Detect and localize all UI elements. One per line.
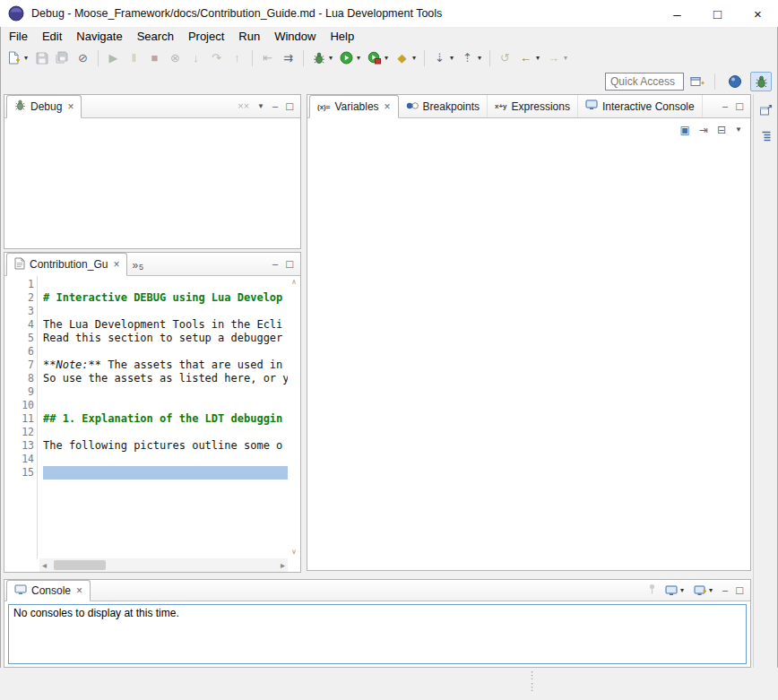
step-over-icon: ↷ bbox=[208, 49, 225, 66]
line-text bbox=[43, 305, 288, 318]
window-close-button[interactable]: × bbox=[738, 0, 778, 27]
line-text: So use the assets as listed here, or y bbox=[43, 372, 288, 385]
tab-overflow-chevron-icon: » bbox=[132, 259, 138, 272]
debug-view: Debug × ×× ▼ – □ bbox=[4, 94, 301, 249]
debug-perspective-button[interactable] bbox=[750, 72, 772, 91]
maximize-view-button[interactable]: □ bbox=[286, 258, 293, 270]
view-menu-button[interactable]: ▼ bbox=[735, 126, 742, 134]
line-number: 15 bbox=[4, 466, 34, 480]
scrollbar-thumb[interactable] bbox=[54, 560, 106, 570]
window-minimize-button[interactable]: – bbox=[657, 0, 697, 27]
disconnect-button[interactable]: ⊗ bbox=[165, 48, 186, 67]
minimize-view-button[interactable]: – bbox=[272, 101, 278, 111]
code-area[interactable]: 1 2# Interactive DEBUG using Lua Develop… bbox=[4, 278, 288, 480]
tab-breakpoints[interactable]: Breakpoints bbox=[399, 95, 488, 117]
menu-file[interactable]: File bbox=[2, 28, 35, 45]
maximize-view-button[interactable]: □ bbox=[736, 584, 743, 596]
menu-search[interactable]: Search bbox=[130, 28, 181, 45]
console-empty-message: No consoles to display at this time. bbox=[13, 607, 179, 619]
minimize-view-button[interactable]: – bbox=[722, 585, 728, 595]
pin-console-button[interactable] bbox=[647, 583, 657, 597]
external-tools-button[interactable]: ▾ bbox=[364, 48, 392, 67]
tab-variables[interactable]: (x)= Variables × bbox=[309, 95, 399, 118]
debug-button[interactable]: ▾ bbox=[308, 48, 336, 67]
skip-all-breakpoints-button[interactable]: ⊘ bbox=[73, 48, 93, 67]
tab-interactive-console[interactable]: Interactive Console bbox=[578, 95, 703, 117]
run-button[interactable]: ▾ bbox=[336, 48, 364, 67]
suspend-button[interactable]: ‖ bbox=[124, 48, 144, 67]
resume-button[interactable]: ▶ bbox=[103, 48, 124, 67]
view-menu-button[interactable]: ▼ bbox=[257, 103, 264, 110]
step-into-button[interactable]: ↓ bbox=[186, 48, 206, 67]
console-view-tools: ▾ ▾ – □ bbox=[647, 580, 750, 601]
maximize-view-button[interactable]: □ bbox=[286, 100, 293, 112]
menu-help[interactable]: Help bbox=[323, 28, 361, 45]
close-icon[interactable]: × bbox=[76, 584, 82, 597]
dropdown-caret-icon: ▾ bbox=[327, 54, 334, 62]
editor-vertical-scrollbar[interactable]: ∧ ∨ bbox=[288, 276, 300, 558]
editor-horizontal-scrollbar[interactable]: ◂ ▸ bbox=[39, 558, 288, 572]
open-perspective-button[interactable] bbox=[688, 73, 705, 91]
back-button[interactable]: ← ▾ bbox=[515, 48, 543, 67]
editor-tab-overflow-button[interactable]: » 5 bbox=[127, 253, 148, 275]
tab-console[interactable]: Console × bbox=[6, 580, 91, 601]
last-edit-location-button[interactable]: ↺ bbox=[495, 48, 515, 67]
open-console-button[interactable]: ▾ bbox=[694, 585, 714, 596]
save-icon bbox=[33, 49, 50, 66]
tab-label: Variables bbox=[334, 100, 378, 113]
tab-expressions[interactable]: x+y Expressions bbox=[488, 95, 578, 117]
display-selected-console-button[interactable]: ▾ bbox=[665, 585, 686, 596]
close-icon[interactable]: × bbox=[67, 100, 73, 113]
save-all-icon bbox=[54, 49, 71, 66]
outline-view-button[interactable] bbox=[756, 126, 776, 146]
collapse-all-button[interactable]: ⊟ bbox=[717, 125, 726, 135]
restore-views-button[interactable] bbox=[756, 99, 776, 119]
previous-annotation-button[interactable]: ⇡ ▾ bbox=[457, 48, 485, 67]
step-over-button[interactable]: ↷ bbox=[206, 48, 227, 67]
menu-project[interactable]: Project bbox=[181, 28, 231, 45]
show-logical-structures-button[interactable]: ▣ bbox=[680, 125, 690, 135]
lua-perspective-button[interactable] bbox=[724, 72, 746, 91]
console-content[interactable]: No consoles to display at this time. bbox=[8, 604, 747, 664]
window-maximize-button[interactable]: □ bbox=[697, 0, 738, 27]
menu-run[interactable]: Run bbox=[231, 28, 267, 45]
previous-annotation-icon: ⇡ bbox=[459, 49, 476, 66]
focus-variable-button[interactable]: ⇥ bbox=[699, 125, 708, 135]
scroll-down-icon[interactable]: ∨ bbox=[291, 549, 297, 556]
menu-navigate[interactable]: Navigate bbox=[69, 28, 129, 45]
menu-window[interactable]: Window bbox=[267, 28, 323, 45]
scroll-left-icon[interactable]: ◂ bbox=[42, 561, 47, 570]
dropdown-caret-icon: ▾ bbox=[448, 54, 455, 62]
console-view: Console × ▾ ▾ – □ No consoles to display… bbox=[4, 579, 751, 668]
menu-edit[interactable]: Edit bbox=[35, 28, 69, 45]
lua-tools-button[interactable]: ◆ ▾ bbox=[392, 48, 419, 67]
line-number: 9 bbox=[4, 385, 34, 399]
minimize-view-button[interactable]: – bbox=[272, 259, 278, 269]
step-return-button[interactable]: ↑ bbox=[227, 48, 247, 67]
terminate-button[interactable]: ■ bbox=[144, 48, 165, 67]
save-button[interactable] bbox=[31, 48, 52, 67]
maximize-view-button[interactable]: □ bbox=[736, 100, 743, 112]
editor-content[interactable]: 1 2# Interactive DEBUG using Lua Develop… bbox=[4, 276, 300, 572]
quick-access-input[interactable]: Quick Access bbox=[605, 73, 684, 91]
forward-button[interactable]: → ▾ bbox=[543, 48, 571, 67]
status-trim: ⋮ ⋮ bbox=[0, 668, 778, 700]
save-all-button[interactable] bbox=[52, 48, 73, 67]
new-wizard-button[interactable]: ▾ bbox=[4, 48, 31, 67]
line-number: 13 bbox=[4, 439, 34, 453]
drop-to-frame-button[interactable]: ⇤ bbox=[257, 48, 278, 67]
scroll-right-icon[interactable]: ▸ bbox=[281, 561, 285, 570]
close-icon[interactable]: × bbox=[113, 258, 119, 271]
next-annotation-button[interactable]: ⇣ ▾ bbox=[429, 48, 457, 67]
status-bar-grip[interactable]: ⋮ ⋮ bbox=[527, 670, 537, 693]
tab-contribution-guide[interactable]: Contribution_Gu × bbox=[6, 253, 127, 276]
line-number: 8 bbox=[4, 372, 34, 385]
use-step-filters-button[interactable]: ⇉ bbox=[278, 48, 298, 67]
dropdown-caret-icon: ▾ bbox=[534, 54, 541, 62]
console-tabrow: Console × ▾ ▾ – □ bbox=[4, 580, 750, 601]
remove-all-terminated-button[interactable]: ×× bbox=[238, 101, 249, 111]
tab-debug[interactable]: Debug × bbox=[6, 95, 82, 118]
minimize-view-button[interactable]: – bbox=[722, 101, 728, 111]
scroll-up-icon[interactable]: ∧ bbox=[291, 279, 297, 286]
close-icon[interactable]: × bbox=[385, 100, 391, 113]
